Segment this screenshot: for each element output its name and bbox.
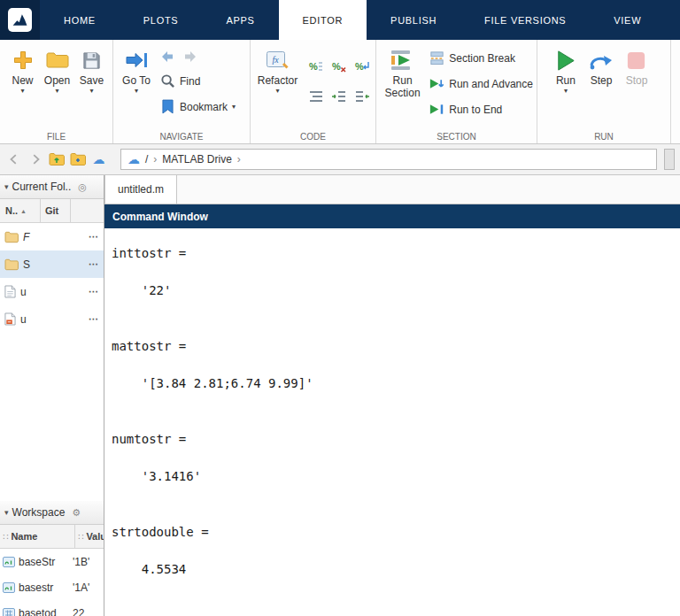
pin-icon[interactable]: ◎ bbox=[78, 181, 87, 193]
gear-icon[interactable]: ⚙ bbox=[72, 507, 81, 519]
workspace-columns: ∷ Name ∷ Valu.. bbox=[0, 525, 104, 549]
folder-up-icon[interactable] bbox=[48, 151, 65, 168]
row-menu-icon[interactable]: ⋯ bbox=[89, 286, 99, 297]
svg-text:fx: fx bbox=[273, 55, 280, 65]
section-break-icon bbox=[429, 50, 444, 66]
indent-left-icon[interactable] bbox=[352, 85, 372, 108]
file-name: u bbox=[20, 313, 84, 326]
wrap-comments-icon[interactable]: % bbox=[352, 55, 372, 78]
save-button[interactable]: Save ▾ bbox=[74, 44, 109, 95]
step-button[interactable]: Step bbox=[583, 44, 619, 87]
stop-button[interactable]: Stop bbox=[619, 44, 654, 87]
tab-publish[interactable]: PUBLISH bbox=[367, 0, 460, 40]
breadcrumb-root[interactable]: / bbox=[145, 153, 148, 166]
row-menu-icon[interactable]: ⋯ bbox=[89, 258, 99, 270]
new-button[interactable]: New ▾ bbox=[5, 44, 40, 95]
cloud-icon: ☁ bbox=[128, 152, 140, 166]
svg-text:%: % bbox=[355, 61, 364, 72]
column-header-ws-name[interactable]: ∷ Name bbox=[0, 525, 75, 548]
main-panel: untitled.m Command Window inttostr = '22… bbox=[104, 175, 680, 616]
collapse-caret-icon[interactable]: ▾ bbox=[4, 508, 9, 517]
column-grip-icon: ∷ bbox=[78, 532, 83, 542]
script-icon bbox=[4, 312, 16, 326]
run-to-end-button[interactable]: Run to End bbox=[429, 101, 533, 118]
refactor-button[interactable]: fx Refactor ▾ bbox=[256, 44, 299, 95]
goto-button[interactable]: Go To ▾ bbox=[119, 44, 154, 95]
matlab-logo-icon bbox=[8, 8, 32, 32]
run-button[interactable]: Run ▾ bbox=[548, 44, 583, 95]
indent-right-icon[interactable] bbox=[329, 85, 349, 108]
pathbar-more-button[interactable] bbox=[664, 149, 675, 170]
breadcrumb-folder[interactable]: MATLAB Drive bbox=[162, 153, 231, 166]
column-header-ws-value[interactable]: ∷ Valu.. bbox=[75, 525, 104, 548]
ribbon-group-file: New ▾ Open ▾ Save ▾ FILE bbox=[0, 40, 113, 143]
left-sidebar: ▾ Current Fol.. ◎ N.. ▲ Git F ⋯ bbox=[0, 175, 104, 616]
chevron-down-icon: ▾ bbox=[55, 88, 58, 95]
run-icon bbox=[553, 47, 577, 73]
column-header-name[interactable]: N.. ▲ bbox=[0, 199, 41, 222]
workspace-header[interactable]: ▾ Workspace ⚙ bbox=[0, 501, 104, 525]
matlab-online-app: HOME PLOTS APPS EDITOR PUBLISH FILE VERS… bbox=[0, 0, 680, 616]
comment-icon[interactable]: % bbox=[306, 55, 326, 78]
refactor-icon: fx bbox=[266, 47, 289, 73]
history-arrows bbox=[159, 50, 236, 64]
file-row[interactable]: u ⋯ bbox=[0, 305, 104, 333]
command-window-header[interactable]: Command Window bbox=[104, 204, 680, 228]
navigate-stack: Find Bookmark ▾ bbox=[159, 44, 236, 115]
current-folder-header[interactable]: ▾ Current Fol.. ◎ bbox=[0, 175, 104, 199]
uncomment-icon[interactable]: % bbox=[329, 55, 349, 78]
breadcrumb[interactable]: ☁ / › MATLAB Drive › bbox=[120, 149, 657, 170]
workspace-row[interactable]: baseStr '1B' bbox=[0, 549, 104, 574]
matlab-logo[interactable] bbox=[0, 0, 40, 40]
group-label-code: CODE bbox=[251, 132, 375, 142]
forward-arrow-icon[interactable] bbox=[182, 49, 198, 65]
file-row[interactable]: F ⋯ bbox=[0, 223, 104, 250]
toolstrip-tabs: HOME PLOTS APPS EDITOR PUBLISH FILE VERS… bbox=[40, 0, 680, 40]
variable-name: basestr bbox=[19, 581, 69, 594]
nav-back-icon[interactable] bbox=[5, 151, 22, 168]
tab-view[interactable]: VIEW bbox=[590, 0, 665, 40]
svg-text:%: % bbox=[332, 61, 341, 72]
column-header-git[interactable]: Git bbox=[41, 199, 71, 222]
path-toolbar: ☁ ☁ / › MATLAB Drive › bbox=[0, 144, 680, 175]
file-row[interactable]: S ⋯ bbox=[0, 250, 104, 278]
open-folder-icon bbox=[46, 47, 69, 73]
run-and-advance-button[interactable]: Run and Advance bbox=[429, 75, 533, 92]
ribbon-filler bbox=[671, 40, 680, 143]
chevron-down-icon: ▾ bbox=[232, 104, 236, 111]
current-folder-title: Current Fol.. bbox=[12, 181, 72, 193]
bookmark-icon bbox=[159, 99, 175, 115]
open-button[interactable]: Open ▾ bbox=[40, 44, 74, 95]
section-break-button[interactable]: Section Break bbox=[429, 50, 533, 66]
group-label-file: FILE bbox=[0, 132, 112, 142]
row-menu-icon[interactable]: ⋯ bbox=[89, 231, 99, 243]
tab-home[interactable]: HOME bbox=[40, 0, 120, 40]
run-section-button[interactable]: Run Section bbox=[382, 44, 423, 99]
section-stack: Section Break Run and Advance Run to End bbox=[429, 44, 533, 118]
nav-forward-icon[interactable] bbox=[27, 151, 43, 168]
row-menu-icon[interactable]: ⋯ bbox=[89, 313, 99, 325]
new-icon bbox=[12, 47, 34, 73]
search-icon bbox=[159, 73, 175, 89]
workspace-row[interactable]: basestr '1A' bbox=[0, 574, 104, 600]
tab-plots[interactable]: PLOTS bbox=[120, 0, 203, 40]
back-arrow-icon[interactable] bbox=[159, 49, 175, 65]
cloud-upload-icon[interactable]: ☁ bbox=[90, 151, 107, 168]
new-folder-icon[interactable] bbox=[69, 151, 86, 168]
tab-editor[interactable]: EDITOR bbox=[279, 0, 367, 40]
bookmark-button[interactable]: Bookmark ▾ bbox=[159, 98, 236, 115]
file-row[interactable]: u ⋯ bbox=[0, 278, 104, 305]
group-label-section: SECTION bbox=[376, 132, 537, 142]
document-tab-untitled[interactable]: untitled.m bbox=[104, 175, 177, 204]
chevron-down-icon: ▾ bbox=[275, 88, 279, 95]
command-window-output[interactable]: inttostr = '22' mattostr = '[3.84 2.81;6… bbox=[104, 228, 680, 616]
smart-indent-icon[interactable] bbox=[306, 85, 326, 108]
find-button[interactable]: Find bbox=[159, 73, 236, 89]
save-icon bbox=[81, 47, 102, 73]
chevron-right-icon: › bbox=[153, 153, 157, 166]
tab-apps[interactable]: APPS bbox=[202, 0, 278, 40]
chevron-down-icon: ▾ bbox=[135, 88, 138, 95]
tab-file-versions[interactable]: FILE VERSIONS bbox=[460, 0, 590, 40]
collapse-caret-icon[interactable]: ▾ bbox=[4, 182, 9, 191]
workspace-row[interactable]: basetod 22 bbox=[0, 600, 104, 616]
